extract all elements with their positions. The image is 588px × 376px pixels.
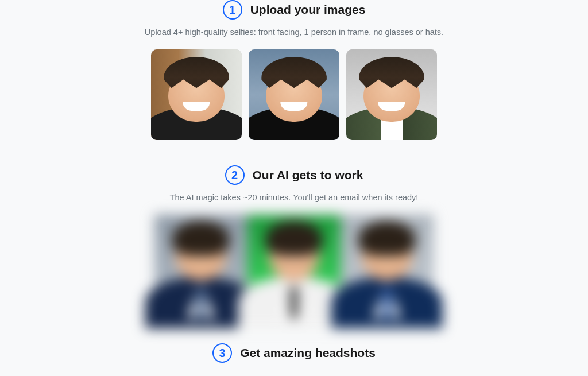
selfie-example-3 [346,49,437,140]
processing-preview-1 [154,215,247,318]
step-2-number-badge: 2 [225,165,245,185]
how-it-works-section: 1 Upload your images Upload 4+ high-qual… [0,0,588,363]
step-3-header: 3 Get amazing headshots [212,343,376,363]
step-3: 3 Get amazing headshots [0,343,588,363]
processing-preview-row [154,215,434,318]
step-1-header: 1 Upload your images [223,0,366,20]
step-2: 2 Our AI gets to work The AI magic takes… [0,165,588,318]
processing-preview-3 [341,215,434,318]
selfie-example-2 [249,49,339,140]
step-2-title: Our AI gets to work [253,168,363,182]
processing-preview-2 [247,215,341,318]
step-3-number-badge: 3 [212,343,232,363]
selfie-examples-row [151,49,437,140]
step-1: 1 Upload your images Upload 4+ high-qual… [0,0,588,140]
step-1-number-badge: 1 [223,0,242,20]
step-1-description: Upload 4+ high-quality selfies: front fa… [145,28,443,37]
step-3-title: Get amazing headshots [240,346,376,360]
selfie-example-1 [151,49,242,140]
step-2-header: 2 Our AI gets to work [225,165,363,185]
step-2-description: The AI magic takes ~20 minutes. You'll g… [170,193,419,202]
step-1-title: Upload your images [250,3,366,17]
